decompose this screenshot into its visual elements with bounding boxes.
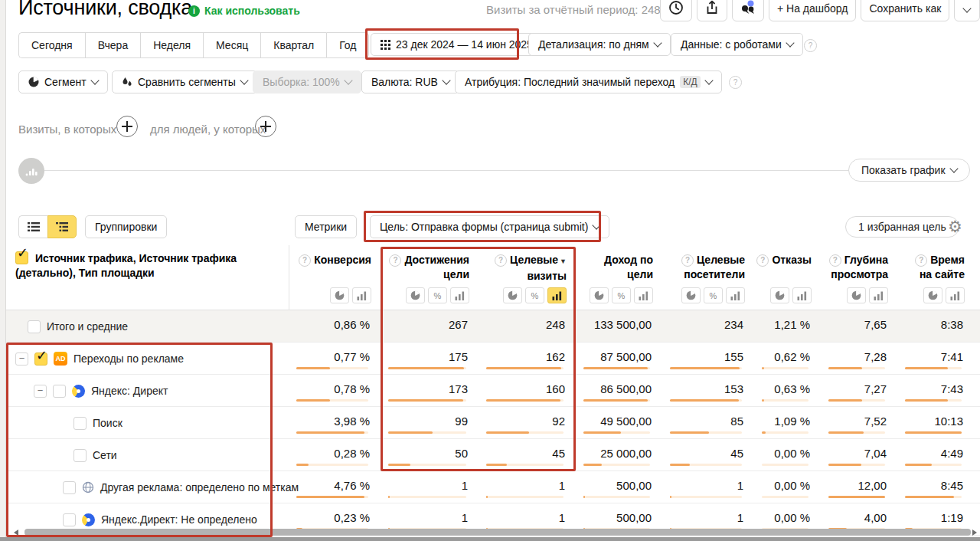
column-help-icon[interactable]: ? xyxy=(829,254,841,267)
export-button[interactable] xyxy=(697,0,727,21)
pie-toggle-icon[interactable] xyxy=(923,287,942,303)
pie-toggle-icon[interactable] xyxy=(503,287,522,303)
pie-toggle-icon[interactable] xyxy=(330,287,349,303)
column-help-icon[interactable]: ? xyxy=(495,254,507,267)
column-header-2[interactable]: ?Достиженияцели% xyxy=(381,245,479,310)
column-help-icon[interactable]: ? xyxy=(389,254,401,267)
period-tab-1[interactable]: Сегодня xyxy=(18,32,85,58)
column-help-icon[interactable]: ? xyxy=(299,254,311,267)
show-chart-button[interactable]: Показать график xyxy=(848,159,970,182)
select-all-checkbox[interactable] xyxy=(15,251,28,264)
bar-toggle-icon[interactable] xyxy=(547,287,567,303)
calendar-grid-icon xyxy=(381,40,390,50)
bar-toggle-icon[interactable] xyxy=(869,287,888,303)
row-label: Итого и средние xyxy=(47,320,128,333)
bar-toggle-icon[interactable] xyxy=(450,287,469,303)
column-header-4[interactable]: Доход поцели% xyxy=(576,245,662,310)
value-bar-track xyxy=(583,496,650,498)
compare-segments-button[interactable]: Сравнить сегменты xyxy=(112,70,257,93)
value-bar-fill xyxy=(388,431,433,434)
globe-icon xyxy=(82,481,94,493)
value-bar-track xyxy=(486,399,564,402)
groupings-button[interactable]: Группировки xyxy=(85,215,167,238)
sampling-button[interactable]: Выборка: 100% xyxy=(253,70,361,93)
column-help-icon[interactable]: ? xyxy=(915,254,927,267)
value-bar-fill xyxy=(388,464,410,466)
goal-select-button[interactable]: Цель: Отправка формы (страница submit) xyxy=(370,215,609,238)
period-tab-2[interactable]: Вчера xyxy=(85,32,141,58)
column-header-1[interactable]: ?Конверсия xyxy=(289,245,381,310)
value-bar-fill xyxy=(828,367,862,369)
attribution-button[interactable]: Атрибуция: Последний значимый переход К/… xyxy=(455,70,722,93)
metrica-apps-button[interactable] xyxy=(732,0,764,21)
metric-value: 1 xyxy=(662,507,754,530)
display-mode-toggles xyxy=(923,287,965,303)
schedule-button[interactable] xyxy=(660,0,692,21)
pct-toggle-icon[interactable]: % xyxy=(612,287,631,303)
chart-toggle-button[interactable] xyxy=(18,158,44,184)
value-bar-track xyxy=(296,431,368,434)
bar-toggle-icon[interactable] xyxy=(792,287,812,303)
column-header-5[interactable]: ?Целевыепосетители% xyxy=(662,245,754,310)
period-tab-4[interactable]: Месяц xyxy=(203,32,260,58)
column-header-6[interactable]: ?Отказы xyxy=(754,245,821,310)
detail-button[interactable]: Детализация: по дням xyxy=(528,33,671,56)
row-checkbox[interactable] xyxy=(53,385,66,398)
pie-toggle-icon[interactable] xyxy=(590,287,609,303)
bar-toggle-icon[interactable] xyxy=(946,287,965,303)
save-as-more-button[interactable] xyxy=(954,0,980,21)
bar-toggle-icon[interactable] xyxy=(352,287,371,303)
row-checkbox[interactable] xyxy=(63,513,76,526)
row-checkbox[interactable] xyxy=(28,320,41,333)
data-mode-help-icon[interactable]: ? xyxy=(804,39,817,52)
display-mode-toggles: % xyxy=(406,287,469,303)
pie-toggle-icon[interactable] xyxy=(406,287,425,303)
add-people-filter-button[interactable] xyxy=(255,116,276,137)
period-tab-6[interactable]: Год xyxy=(326,32,369,58)
value-bar-track xyxy=(583,367,650,369)
tree-view-toggle[interactable] xyxy=(47,215,77,238)
add-visit-filter-button[interactable] xyxy=(116,116,138,137)
save-as-button[interactable]: Сохранить как xyxy=(861,0,949,21)
pie-chart-icon xyxy=(28,77,39,87)
metrics-button[interactable]: Метрики xyxy=(295,215,357,238)
how-to-use-link[interactable]: i Как использовать xyxy=(188,5,300,17)
value-bar-track xyxy=(296,367,368,369)
period-tab-5[interactable]: Квартал xyxy=(260,32,326,58)
row-label: Яндекс: Директ xyxy=(91,385,168,397)
gear-icon[interactable]: ⚙ xyxy=(948,216,962,238)
column-header-7[interactable]: ?Глубинапросмотра xyxy=(821,245,897,310)
pct-toggle-icon[interactable]: % xyxy=(704,287,723,303)
collapse-row-button[interactable]: − xyxy=(15,352,28,366)
scroll-left-arrow[interactable] xyxy=(14,530,18,536)
column-header-8[interactable]: ?Времяна сайте xyxy=(897,245,974,310)
period-tab-3[interactable]: Неделя xyxy=(140,32,203,58)
column-header-3[interactable]: ?Целевые▼визиты% xyxy=(479,245,576,310)
data-mode-button[interactable]: Данные: с роботами xyxy=(671,33,803,56)
list-view-toggle[interactable] xyxy=(18,215,47,238)
chevron-down-icon xyxy=(963,4,972,12)
pct-toggle-icon[interactable]: % xyxy=(428,287,447,303)
horizontal-scrollbar[interactable] xyxy=(24,529,971,536)
bar-toggle-icon[interactable] xyxy=(634,287,653,303)
column-help-icon[interactable]: ? xyxy=(681,254,694,267)
pie-toggle-icon[interactable] xyxy=(681,287,701,303)
add-to-dashboard-button[interactable]: + На дашборд xyxy=(769,0,856,21)
favorite-goal-button[interactable]: 1 избранная цель xyxy=(845,216,959,238)
row-checkbox[interactable] xyxy=(74,417,87,430)
date-range-button[interactable]: 23 дек 2024 — 14 июн 2025 xyxy=(371,33,543,56)
segment-button[interactable]: Сегмент xyxy=(18,70,108,93)
row-checkbox[interactable] xyxy=(63,481,76,494)
bar-toggle-icon[interactable] xyxy=(726,287,745,303)
pie-toggle-icon[interactable] xyxy=(847,287,866,303)
attribution-help-icon[interactable]: ? xyxy=(729,76,742,89)
column-label: ?Конверсия xyxy=(289,253,371,267)
column-help-icon[interactable]: ? xyxy=(756,254,769,267)
pct-toggle-icon[interactable]: % xyxy=(525,287,544,303)
row-checkbox[interactable] xyxy=(34,352,47,366)
collapse-row-button[interactable]: − xyxy=(34,385,47,398)
pie-toggle-icon[interactable] xyxy=(770,287,789,303)
currency-button[interactable]: Валюта: RUB xyxy=(361,70,459,93)
scroll-right-arrow[interactable] xyxy=(972,530,977,536)
row-checkbox[interactable] xyxy=(74,449,87,462)
